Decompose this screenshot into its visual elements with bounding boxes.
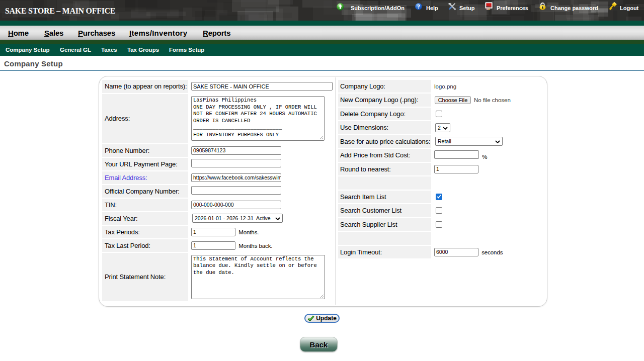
- svg-text:?: ?: [417, 4, 420, 10]
